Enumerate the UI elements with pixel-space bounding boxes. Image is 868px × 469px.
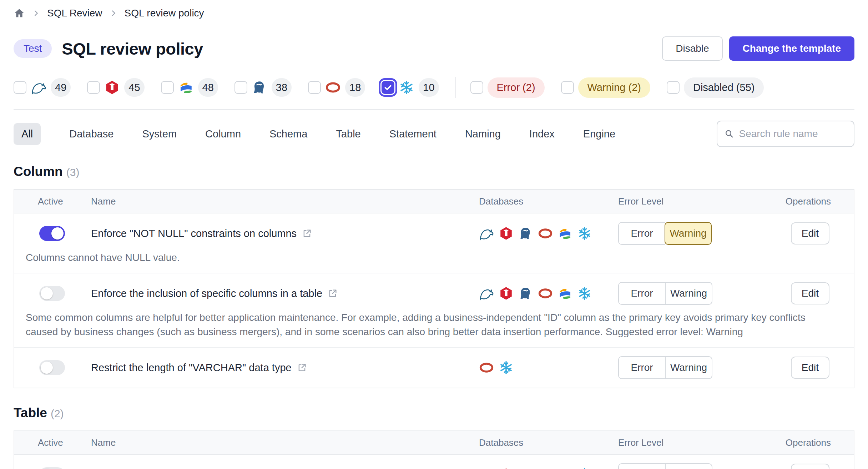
oceanbase-checkbox[interactable] <box>161 81 174 94</box>
postgres-icon <box>518 286 533 301</box>
active-toggle[interactable] <box>39 360 65 375</box>
oracle-icon <box>538 226 553 241</box>
postgres-icon <box>252 80 267 95</box>
postgres-checkbox[interactable] <box>234 81 247 94</box>
warning-filter-pill[interactable]: Warning (2) <box>578 77 650 98</box>
table-rules-table: Active Name Databases Error Level Operat… <box>14 430 854 469</box>
disabled-filter-pill[interactable]: Disabled (55) <box>684 77 764 98</box>
tab-system[interactable]: System <box>142 128 177 140</box>
rule-databases <box>479 360 618 375</box>
rule-name: Restrict the length of "VARCHAR" data ty… <box>91 362 292 374</box>
mysql-checkbox[interactable] <box>14 81 26 94</box>
col-header-active: Active <box>14 196 91 207</box>
mysql-icon <box>31 80 46 95</box>
col-header-operations: Operations <box>782 437 854 448</box>
edit-button[interactable]: Edit <box>791 222 829 244</box>
mysql-count: 49 <box>51 78 71 97</box>
error-level-warning-button[interactable]: Warning <box>665 222 712 245</box>
oracle-icon <box>538 286 553 301</box>
mysql-icon <box>479 286 494 301</box>
chevron-right-icon <box>110 9 117 17</box>
oracle-checkbox[interactable] <box>308 81 321 94</box>
oracle-icon <box>479 360 494 375</box>
error-level-error-button[interactable]: Error <box>618 356 665 379</box>
error-level-error-button[interactable]: Error <box>618 282 665 305</box>
external-link-icon[interactable] <box>297 362 307 373</box>
rule-databases <box>479 286 618 301</box>
edit-button[interactable]: Edit <box>791 282 829 304</box>
oracle-icon <box>538 467 553 469</box>
filter-tidb: 45 <box>87 78 144 97</box>
rule-row-not-null: Enforce "NOT NULL" constraints on column… <box>14 213 854 273</box>
oceanbase-icon <box>557 467 572 469</box>
filter-row: 49 45 48 38 18 10 <box>14 77 854 98</box>
postgres-icon <box>518 226 533 241</box>
breadcrumb-current: SQL review policy <box>125 7 204 19</box>
filter-oracle: 18 <box>308 78 365 97</box>
error-level-warning-button[interactable]: Warning <box>665 282 712 305</box>
section-count: (3) <box>66 166 80 178</box>
rule-name: Enforce "NOT NULL" constraints on column… <box>91 228 297 239</box>
tab-statement[interactable]: Statement <box>389 128 436 140</box>
filter-divider <box>455 77 456 98</box>
rule-description: Columns cannot have NULL value. <box>26 251 839 265</box>
tab-all[interactable]: All <box>14 123 41 145</box>
error-checkbox[interactable] <box>470 81 483 94</box>
col-header-databases: Databases <box>479 196 618 207</box>
filter-postgres: 38 <box>234 78 292 97</box>
error-level-error-button[interactable]: Error <box>618 222 665 245</box>
snowflake-icon <box>577 226 592 241</box>
edit-button[interactable]: Edit <box>791 357 829 379</box>
tab-engine[interactable]: Engine <box>583 128 615 140</box>
mysql-icon <box>479 226 494 241</box>
active-toggle[interactable] <box>39 286 65 301</box>
active-toggle[interactable] <box>39 226 65 241</box>
oceanbase-count: 48 <box>198 78 218 97</box>
error-filter-pill[interactable]: Error (2) <box>488 77 545 98</box>
rule-description: Some common columns are helpful for bett… <box>26 311 839 339</box>
sql-review-policy-page: SQL Review SQL review policy Test SQL re… <box>0 0 868 469</box>
tab-database[interactable]: Database <box>69 128 113 140</box>
tidb-checkbox[interactable] <box>87 81 100 94</box>
postgres-icon <box>518 467 533 469</box>
page-title: SQL review policy <box>62 39 203 59</box>
tidb-icon <box>499 467 514 469</box>
rule-databases <box>479 467 618 469</box>
active-toggle[interactable] <box>39 467 65 469</box>
tab-table[interactable]: Table <box>336 128 360 140</box>
tidb-icon <box>104 80 120 95</box>
filter-disabled: Disabled (55) <box>667 77 764 98</box>
breadcrumb-sql-review[interactable]: SQL Review <box>47 7 102 19</box>
snowflake-count: 10 <box>419 78 439 97</box>
category-tabs: All Database System Column Schema Table … <box>14 123 615 145</box>
breadcrumb: SQL Review SQL review policy <box>14 5 854 21</box>
snowflake-icon <box>577 286 592 301</box>
filter-warning: Warning (2) <box>561 77 650 98</box>
tab-schema[interactable]: Schema <box>269 128 307 140</box>
disable-button[interactable]: Disable <box>662 36 722 61</box>
rule-row-primary-key: Enforce inclusion of primary key in a ta… <box>14 455 854 469</box>
external-link-icon[interactable] <box>327 288 338 299</box>
change-template-button[interactable]: Change the template <box>729 36 854 61</box>
disabled-checkbox[interactable] <box>667 81 680 94</box>
rule-row-specific-columns: Enforce the inclusion of specific column… <box>14 273 854 348</box>
external-link-icon[interactable] <box>302 228 312 239</box>
filter-error: Error (2) <box>470 77 545 98</box>
edit-button[interactable]: Edit <box>791 464 829 469</box>
error-level-error-button[interactable]: Error <box>618 463 665 469</box>
search-input[interactable] <box>739 128 847 140</box>
section-count: (2) <box>51 408 64 419</box>
tab-column[interactable]: Column <box>205 128 241 140</box>
error-level-warning-button[interactable]: Warning <box>665 356 712 379</box>
table-header: Active Name Databases Error Level Operat… <box>14 190 854 213</box>
warning-checkbox[interactable] <box>561 81 574 94</box>
col-header-name: Name <box>91 196 479 207</box>
home-icon[interactable] <box>14 7 25 19</box>
tab-index[interactable]: Index <box>529 128 555 140</box>
filter-snowflake: 10 <box>382 78 439 97</box>
snowflake-checkbox[interactable] <box>382 81 394 94</box>
tab-naming[interactable]: Naming <box>465 128 501 140</box>
filter-oceanbase: 48 <box>161 78 218 97</box>
error-level-warning-button[interactable]: Warning <box>665 463 712 469</box>
section-title-table: Table(2) <box>14 405 854 420</box>
